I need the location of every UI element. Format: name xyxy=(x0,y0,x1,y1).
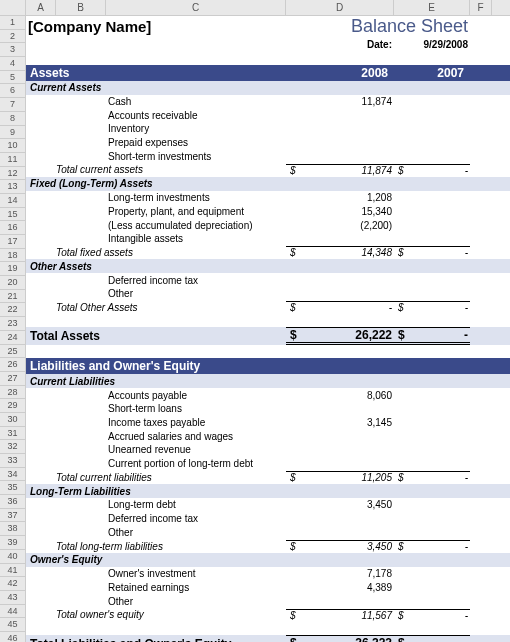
fixed-assets-header: Fixed (Long-Term) Assets xyxy=(26,177,510,191)
line-value-1[interactable]: 11,874 xyxy=(348,96,394,107)
line-label: Accrued salaries and wages xyxy=(106,431,286,442)
line-label: Short-term loans xyxy=(106,403,286,414)
owners-equity-header: Owner's Equity xyxy=(26,553,510,567)
other-asset-row[interactable]: Other xyxy=(26,287,510,301)
current-liability-row[interactable]: Income taxes payable3,145 xyxy=(26,416,510,430)
line-label: Inventory xyxy=(106,123,286,134)
equity-row[interactable]: Owner's investment7,178 xyxy=(26,567,510,581)
line-value-1[interactable]: 15,340 xyxy=(348,206,394,217)
line-label: Intangible assets xyxy=(106,233,286,244)
line-label: Cash xyxy=(106,96,286,107)
current-asset-row[interactable]: Prepaid expenses xyxy=(26,136,510,150)
total-current-liabilities: Total current liabilities $11,205 $- xyxy=(26,470,510,484)
line-label: Accounts payable xyxy=(106,390,286,401)
line-label: Retained earnings xyxy=(106,582,286,593)
current-liability-row[interactable]: Unearned revenue xyxy=(26,443,510,457)
longterm-liability-row[interactable]: Deferred income tax xyxy=(26,512,510,526)
other-assets-header: Other Assets xyxy=(26,259,510,273)
current-asset-row[interactable]: Cash11,874 xyxy=(26,95,510,109)
total-liabilities-equity: Total Liabilities and Owner's Equity $26… xyxy=(26,635,510,642)
current-liability-row[interactable]: Accounts payable8,060 xyxy=(26,388,510,402)
line-value-1[interactable]: 3,145 xyxy=(348,417,394,428)
line-label: Other xyxy=(106,596,286,607)
current-asset-row[interactable]: Accounts receivable xyxy=(26,108,510,122)
longterm-liability-row[interactable]: Long-term debt3,450 xyxy=(26,498,510,512)
line-label: (Less accumulated depreciation) xyxy=(106,220,286,231)
total-fixed-assets: Total fixed assets $14,348 $- xyxy=(26,246,510,260)
current-liability-row[interactable]: Short-term loans xyxy=(26,402,510,416)
date-label: Date: xyxy=(286,39,394,50)
total-owners-equity: Total owner's equity $11,567 $- xyxy=(26,608,510,622)
line-label: Accounts receivable xyxy=(106,110,286,121)
current-assets-header: Current Assets xyxy=(26,81,510,95)
liabilities-header: Liabilities and Owner's Equity xyxy=(26,358,510,374)
sheet-content: [Company Name] Balance Sheet Date: 9/29/… xyxy=(26,16,510,642)
total-assets: Total Assets $26,222 $- xyxy=(26,327,510,345)
other-asset-row[interactable]: Deferred income tax xyxy=(26,273,510,287)
current-liability-row[interactable]: Accrued salaries and wages xyxy=(26,429,510,443)
column-headers: A B C D E F xyxy=(0,0,510,16)
longterm-liabilities-header: Long-Term Liabilities xyxy=(26,484,510,498)
current-asset-row[interactable]: Inventory xyxy=(26,122,510,136)
line-value-1[interactable]: 7,178 xyxy=(348,568,394,579)
total-longterm-liabilities: Total long-term liabilities $3,450 $- xyxy=(26,539,510,553)
line-value-1[interactable]: 3,450 xyxy=(348,499,394,510)
line-label: Other xyxy=(106,288,286,299)
current-asset-row[interactable]: Short-term investments xyxy=(26,149,510,163)
line-label: Owner's investment xyxy=(106,568,286,579)
line-label: Prepaid expenses xyxy=(106,137,286,148)
line-label: Current portion of long-term debt xyxy=(106,458,286,469)
assets-header: Assets 2008 2007 xyxy=(26,65,510,81)
sheet-title: Balance Sheet xyxy=(286,16,470,37)
fixed-asset-row[interactable]: Property, plant, and equipment15,340 xyxy=(26,205,510,219)
line-label: Unearned revenue xyxy=(106,444,286,455)
line-label: Property, plant, and equipment xyxy=(106,206,286,217)
line-value-1[interactable]: 8,060 xyxy=(348,390,394,401)
fixed-asset-row[interactable]: (Less accumulated depreciation)(2,200) xyxy=(26,218,510,232)
fixed-asset-row[interactable]: Intangible assets xyxy=(26,232,510,246)
line-label: Other xyxy=(106,527,286,538)
line-label: Long-term debt xyxy=(106,499,286,510)
line-value-1[interactable]: 1,208 xyxy=(348,192,394,203)
equity-row[interactable]: Other xyxy=(26,594,510,608)
date-value[interactable]: 9/29/2008 xyxy=(394,39,470,50)
line-value-1[interactable]: (2,200) xyxy=(348,220,394,231)
total-current-assets: Total current assets $11,874 $- xyxy=(26,163,510,177)
line-label: Short-term investments xyxy=(106,151,286,162)
current-liabilities-header: Current Liabilities xyxy=(26,374,510,388)
total-other-assets: Total Other Assets $- $- xyxy=(26,301,510,315)
year-col-1: 2008 xyxy=(286,66,394,80)
year-col-2: 2007 xyxy=(394,66,470,80)
company-name[interactable]: [Company Name] xyxy=(26,18,286,35)
line-label: Income taxes payable xyxy=(106,417,286,428)
line-value-1[interactable]: 4,389 xyxy=(348,582,394,593)
row-headers: 1234567891011121314151617181920212223242… xyxy=(0,16,26,642)
line-label: Long-term investments xyxy=(106,192,286,203)
equity-row[interactable]: Retained earnings4,389 xyxy=(26,581,510,595)
fixed-asset-row[interactable]: Long-term investments1,208 xyxy=(26,191,510,205)
longterm-liability-row[interactable]: Other xyxy=(26,526,510,540)
current-liability-row[interactable]: Current portion of long-term debt xyxy=(26,457,510,471)
line-label: Deferred income tax xyxy=(106,513,286,524)
line-label: Deferred income tax xyxy=(106,275,286,286)
